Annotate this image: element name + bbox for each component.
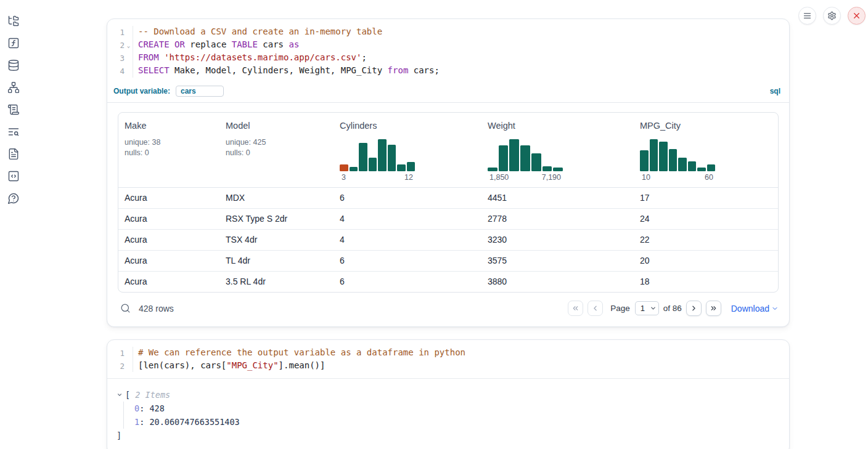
output-variable-input[interactable] <box>176 86 224 97</box>
next-page-button[interactable] <box>686 301 702 316</box>
histogram-bar <box>542 166 552 171</box>
item-value: 428 <box>149 403 164 413</box>
table-cell: 22 <box>634 230 778 250</box>
prev-page-button[interactable] <box>588 301 603 316</box>
column-histogram[interactable]: 1060 <box>640 139 715 182</box>
histogram-bar <box>359 143 367 171</box>
column-label: Make <box>125 121 215 131</box>
sidebar-documentation-button[interactable] <box>5 145 22 163</box>
sidebar-panel-switcher <box>0 0 27 449</box>
column-header-mpg_city[interactable]: MPG_City1060 <box>634 121 778 187</box>
tree-item: 0: 428 <box>134 402 778 415</box>
histogram-min-label: 3 <box>342 173 346 182</box>
python-code-editor[interactable]: 1# We can reference the output variable … <box>107 340 789 378</box>
column-header-weight[interactable]: Weight1,8507,190 <box>481 121 634 187</box>
table-cell: Acura <box>118 251 219 271</box>
table-cell: 24 <box>634 209 778 229</box>
sidebar-dependency-graph-button[interactable] <box>5 79 22 96</box>
line-number: 1 <box>111 347 125 360</box>
search-icon <box>120 303 131 313</box>
code-text: [len(cars), cars["MPG_City"].mean()] <box>133 360 783 373</box>
table-cell: 3230 <box>481 230 634 250</box>
code-line: 2[len(cars), cars["MPG_City"].mean()] <box>111 360 783 373</box>
histogram-max-label: 60 <box>705 173 713 182</box>
python-cell: 1# We can reference the output variable … <box>107 339 790 449</box>
item-value: 20.060747663551403 <box>149 417 239 427</box>
table-cell: 6 <box>334 188 481 208</box>
first-page-button[interactable] <box>568 301 583 316</box>
code-line: 2⌄CREATE OR replace TABLE cars as <box>111 39 783 52</box>
code-text: -- Download a CSV and create an in-memor… <box>133 26 783 39</box>
message-question-icon <box>7 192 20 204</box>
column-histogram[interactable]: 312 <box>340 139 415 182</box>
function-square-icon <box>7 37 20 49</box>
column-stats: unique: 38nulls: 0 <box>125 137 215 158</box>
tree-collapse-toggle[interactable] <box>117 392 125 398</box>
table-row[interactable]: AcuraMDX6445117 <box>118 188 778 208</box>
chevron-right-icon <box>690 304 698 312</box>
column-header-make[interactable]: Makeunique: 38nulls: 0 <box>118 121 219 187</box>
menu-icon <box>803 11 812 20</box>
tree-items: 0: 4281: 20.060747663551403 <box>123 402 778 429</box>
sidebar-logs-button[interactable] <box>5 123 22 140</box>
data-table: Makeunique: 38nulls: 0Modelunique: 425nu… <box>118 112 779 293</box>
histogram-bar <box>678 158 687 171</box>
item-key: 0 <box>134 403 139 413</box>
column-label: Model <box>226 121 329 131</box>
notebook-menu-button[interactable] <box>798 7 816 25</box>
pagination: Page 1 of 86 Download <box>568 301 779 316</box>
table-row[interactable]: Acura3.5 RL 4dr6388018 <box>118 271 778 292</box>
scroll-text-icon <box>7 103 20 116</box>
sql-code-editor[interactable]: 1-- Download a CSV and create an in-memo… <box>107 19 789 84</box>
code-line: 1-- Download a CSV and create an in-memo… <box>111 26 783 39</box>
sidebar-scratchpad-button[interactable] <box>5 101 22 118</box>
chevron-down-icon <box>771 305 779 312</box>
chevron-left-icon <box>591 304 599 312</box>
line-number: 3 <box>111 52 125 65</box>
histogram-min-label: 1,850 <box>489 173 509 182</box>
histogram-bar <box>378 139 387 171</box>
sidebar-data-sources-button[interactable] <box>5 57 22 74</box>
page-select[interactable]: 1 <box>635 301 659 315</box>
sidebar-files-button[interactable] <box>5 12 22 30</box>
table-cell: Acura <box>118 209 219 229</box>
table-cell: 3575 <box>481 251 634 271</box>
output-variable-label: Output variable: <box>113 87 170 95</box>
code-text: # We can reference the output variable a… <box>133 347 783 360</box>
logs-search-icon <box>7 126 20 138</box>
sidebar-help-button[interactable] <box>5 190 22 207</box>
settings-button[interactable] <box>823 7 841 25</box>
table-cell: 4 <box>334 209 481 229</box>
last-page-button[interactable] <box>706 301 721 316</box>
table-cell: 4 <box>334 230 481 250</box>
histogram-bar <box>520 145 530 171</box>
sidebar-snippets-button[interactable] <box>5 168 22 185</box>
column-header-cylinders[interactable]: Cylinders312 <box>334 121 481 187</box>
column-stats: unique: 425nulls: 0 <box>226 137 329 158</box>
sql-cell-footer: Output variable: sql <box>107 84 789 103</box>
histogram-bar <box>553 168 563 171</box>
table-row[interactable]: AcuraRSX Type S 2dr4277824 <box>118 208 778 229</box>
table-row[interactable]: AcuraTL 4dr6357520 <box>118 250 778 271</box>
sql-cell: 1-- Download a CSV and create an in-memo… <box>107 18 790 327</box>
table-search-button[interactable] <box>120 303 131 313</box>
table-footer: 428 rows Page 1 of 86 <box>118 298 779 319</box>
download-button[interactable]: Download <box>731 304 779 313</box>
file-tree-icon <box>7 15 20 27</box>
fold-chevron-icon[interactable]: ⌄ <box>125 39 133 52</box>
histogram-bar <box>640 150 649 171</box>
table-row[interactable]: AcuraTSX 4dr4323022 <box>118 229 778 250</box>
column-header-model[interactable]: Modelunique: 425nulls: 0 <box>219 121 334 187</box>
page-select-wrap: 1 <box>635 301 659 315</box>
shutdown-button[interactable] <box>848 7 866 25</box>
column-histogram[interactable]: 1,8507,190 <box>488 139 563 182</box>
table-cell: TL 4dr <box>219 251 334 271</box>
histogram-bar <box>397 164 406 171</box>
code-line: 1# We can reference the output variable … <box>111 347 783 360</box>
sql-cell-output: Makeunique: 38nulls: 0Modelunique: 425nu… <box>107 103 789 326</box>
line-number: 1 <box>111 26 125 39</box>
gear-icon <box>827 11 837 20</box>
table-cell: 4451 <box>481 188 634 208</box>
histogram-bar <box>669 149 678 171</box>
sidebar-variables-button[interactable] <box>5 34 22 52</box>
